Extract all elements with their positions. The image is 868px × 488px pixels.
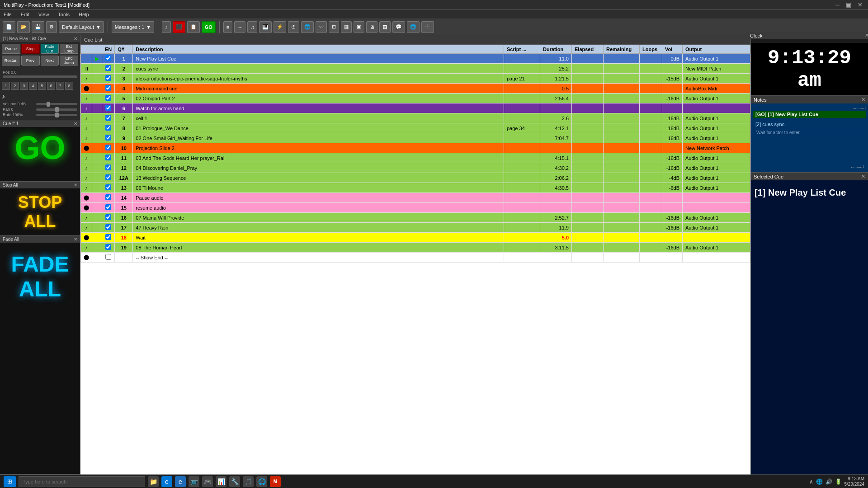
cue-table-container[interactable]: EN Q# Description Script ... Duration El… [80,45,750,474]
search-input[interactable] [19,476,145,487]
arrow-btn[interactable]: → [234,21,245,33]
music-btn[interactable]: ♪ [162,21,171,33]
tray-chevron[interactable]: ∧ [809,479,813,485]
prev-btn[interactable]: Prev [21,56,40,66]
plus-btn[interactable]: ➕ [421,21,434,33]
tray-network[interactable]: 🌐 [816,479,823,485]
table-row[interactable]: ⬤ 4 Midi command cue 0.5 AudioBox Midi [81,84,750,94]
enable-checkbox[interactable] [105,174,111,180]
enable-checkbox[interactable] [105,95,111,101]
fade-all-close[interactable]: ✕ [74,237,77,242]
volume-slider[interactable] [36,103,77,105]
table-row[interactable]: ♪ 7 cell 1 2.6 -16dB Audio Output 1 [81,113,750,123]
taskbar-app6[interactable]: 🌐 [256,476,267,487]
table-row[interactable]: ♪ 17 47 Heavy Rain 11.9 -16dB Audio Outp… [81,223,750,233]
align-btn[interactable]: ≡ [223,21,232,33]
script-btn[interactable]: 📋 [187,21,200,33]
enable-checkbox[interactable] [105,214,111,220]
enable-checkbox[interactable] [105,204,111,210]
chat-btn[interactable]: 💬 [392,21,405,33]
selected-cue-close[interactable]: ✕ [861,174,865,179]
enable-checkbox[interactable] [105,155,111,160]
midi-btn[interactable]: 🎹 [259,21,272,33]
table-row[interactable]: ♪ 19 08 The Human Heart 3:11.5 -16dB Aud… [81,243,750,253]
grid2-btn[interactable]: ▦ [341,21,352,33]
table-row[interactable]: ⬤ 15 resume audio [81,203,750,213]
taskbar-ie[interactable]: e [175,476,186,487]
clock-close[interactable]: ✕ [865,33,868,38]
globe-btn[interactable]: 🌐 [301,21,314,33]
timer-btn[interactable]: ⏱ [288,21,299,33]
taskbar-edge[interactable]: e [161,476,172,487]
enable-checkbox[interactable] [105,85,111,91]
num-btn-3[interactable]: 3 [20,82,28,90]
table-row[interactable]: ♪ 12A 13 Wedding Sequence 2:06.2 -4dB Au… [81,173,750,183]
stop-all-close[interactable]: ✕ [74,183,77,188]
save-btn[interactable]: 💾 [32,21,44,33]
note-btn[interactable]: ♫ [247,21,257,33]
table-row[interactable]: ▶ 1 New Play List Cue 11.0 0dB Audio Out… [81,54,750,64]
taskbar-app5[interactable]: 🎵 [243,476,254,487]
table-row[interactable]: ⬤ 18 Wait 5.0 [81,233,750,243]
table-row[interactable]: ♪ 9 02 One Small Girl_Waiting For Life 7… [81,133,750,143]
rate-slider[interactable] [36,114,77,116]
monitor-btn[interactable]: 🖥 [366,21,377,33]
enable-checkbox[interactable] [105,194,111,200]
pause-btn[interactable]: Pause [2,44,20,54]
table-row[interactable]: ♪ 5 02 Omigod Part 2 2:56.4 -16dB Audio … [81,94,750,103]
next-btn[interactable]: Next [41,56,59,66]
web-btn[interactable]: 🌐 [407,21,420,33]
table-row[interactable]: ⏸ 2 cues sync 25.2 New MIDI Patch [81,64,750,74]
close-btn[interactable]: ✕ [856,1,864,8]
num-btn-6[interactable]: 6 [47,82,55,90]
minimize-btn[interactable]: ─ [834,1,841,8]
num-btn-2[interactable]: 2 [11,82,19,90]
settings-btn[interactable]: ⚙ [46,21,57,33]
enable-checkbox[interactable] [105,75,111,81]
table-row[interactable]: ♪ 13 06 Ti Moune 4:30.5 -6dB Audio Outpu… [81,183,750,193]
grid-btn[interactable]: ⊞ [329,21,339,33]
eq-btn[interactable]: ⚡ [274,21,286,33]
table-row[interactable]: ♪ 8 01 Prologue_We Dance page 34 4:12.1 … [81,123,750,133]
open-btn[interactable]: 📂 [17,21,30,33]
ext-loop-btn[interactable]: Ext Loop [60,44,78,54]
table-row[interactable]: ♪ 11 03 And The Gods Heard Her prayer_Ra… [81,153,750,163]
table-row[interactable]: ♪ 12 04 Discovering Daniel_Pray 4:30.2 -… [81,163,750,173]
cue-info-close[interactable]: ✕ [74,121,77,126]
menu-view[interactable]: View [37,12,51,17]
enable-checkbox[interactable] [105,115,111,121]
stop-btn[interactable]: ⬛ [173,21,185,33]
taskbar-file-explorer[interactable]: 📁 [148,476,159,487]
table-row[interactable]: ♪ 3 alex-productions-epic-cinematic-saga… [81,74,750,84]
pan-slider[interactable] [36,108,77,111]
menu-help[interactable]: Help [77,12,91,17]
enable-checkbox[interactable] [105,125,111,131]
go-btn[interactable]: GO [202,21,216,33]
taskbar-app2[interactable]: 🎮 [202,476,213,487]
new-btn[interactable]: 📄 [3,21,15,33]
enable-checkbox[interactable] [105,105,111,111]
menu-edit[interactable]: Edit [19,12,31,17]
enable-checkbox[interactable] [105,234,111,240]
taskbar-app1[interactable]: 📺 [189,476,199,487]
img-btn[interactable]: 🖼 [379,21,391,33]
enable-checkbox[interactable] [105,55,111,61]
enable-checkbox[interactable] [105,145,111,150]
num-btn-8[interactable]: 8 [65,82,73,90]
num-btn-5[interactable]: 5 [38,82,46,90]
taskbar-app3[interactable]: 📊 [216,476,226,487]
enable-checkbox[interactable] [105,244,111,250]
num-btn-7[interactable]: 7 [56,82,64,90]
fade-out-btn[interactable]: Fade Out [41,44,59,54]
stop-btn-transport[interactable]: Stop [21,44,40,54]
table-row[interactable]: ♪ 16 07 Mama Will Provide 2:52.7 -16dB A… [81,213,750,223]
notes-close[interactable]: ✕ [861,97,865,103]
wave-btn[interactable]: 〰 [316,21,327,33]
new-play-list-close[interactable]: ✕ [74,36,77,41]
restore-btn[interactable]: ▣ [844,1,853,8]
enable-checkbox[interactable] [105,254,111,260]
enable-checkbox[interactable] [105,65,111,71]
taskbar-app4[interactable]: 🔧 [229,476,240,487]
num-btn-4[interactable]: 4 [29,82,37,90]
layers-btn[interactable]: ▣ [354,21,364,33]
